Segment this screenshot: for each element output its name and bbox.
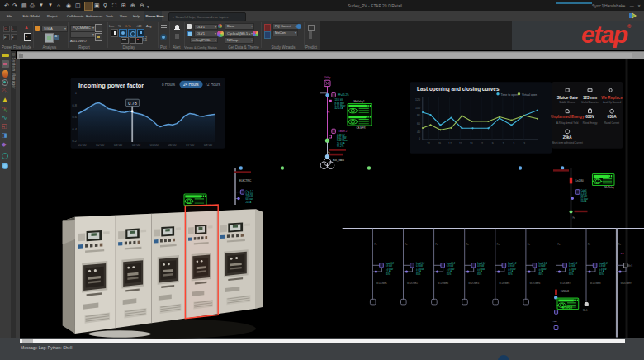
svg-text:Fe: Fe [618,243,622,246]
svg-text:Fe: Fe [327,111,330,114]
svg-text:Rated Current: Rated Current [604,121,619,125]
svg-text:W-DOME3: W-DOME3 [438,282,448,285]
svg-text:07:00: 07:00 [186,143,195,147]
svg-text:24 Hours: 24 Hours [183,83,199,87]
svg-text:MtrRelay: MtrRelay [604,186,614,189]
svg-text:Fe: Fe [436,243,439,246]
svg-text:Avail Op Needed: Avail Op Needed [603,101,621,104]
svg-text:0.8: 0.8 [72,103,77,107]
svg-text:W-DOME4: W-DOME4 [468,282,479,285]
svg-text:100: 100 [415,107,420,110]
svg-text:T-8: T-8 [621,253,624,255]
svg-text:Ln2-80: Ln2-80 [576,179,584,182]
svg-text:LVCB-8: LVCB-8 [561,290,569,293]
svg-text:201 A: 201 A [246,201,252,204]
svg-text:8 Hours: 8 Hours [162,83,176,87]
svg-text:Last opening and closing curve: Last opening and closing curves [417,86,500,92]
svg-text:Fe: Fe [558,243,561,246]
svg-text:630V: 630V [585,115,595,119]
svg-text:-9: -9 [491,142,494,145]
svg-text:0.2: 0.2 [72,139,77,143]
svg-text:ELECTRIC: ELECTRIC [239,179,251,182]
svg-text:-21: -21 [426,142,430,145]
svg-text:W-DOME8: W-DOME8 [590,282,601,285]
svg-text:MTRFDR: MTRFDR [562,306,572,310]
svg-text:-3: -3 [523,142,525,145]
svg-text:Virtual open: Virtual open [522,93,537,97]
svg-text:W-DOME9: W-DOME9 [621,282,632,285]
svg-text:Rated Energy: Rated Energy [583,121,598,125]
svg-text:04:00: 04:00 [132,143,141,147]
svg-text:W-DOME2: W-DOME2 [407,282,418,285]
svg-text:-19: -19 [437,142,441,145]
svg-text:420.3 A: 420.3 A [335,107,343,110]
svg-text:Time to open: Time to open [501,93,519,97]
svg-text:Useful Diameter: Useful Diameter [581,101,599,104]
svg-text:0.4: 0.4 [72,127,77,131]
svg-text:0.6: 0.6 [72,115,77,119]
svg-text:Fe: Fe [528,243,531,246]
svg-text:40: 40 [417,130,420,134]
svg-text:Incoming power factor: Incoming power factor [78,82,144,89]
svg-text:0: 0 [419,137,420,140]
svg-text:Unplanned Energy: Unplanned Energy [551,115,585,119]
svg-text:-15: -15 [458,142,462,145]
svg-text:Fe: Fe [497,243,500,246]
svg-text:Fe: Fe [573,216,576,220]
svg-text:Fe: Fe [588,243,591,246]
svg-text:72 Hours: 72 Hours [206,83,221,87]
svg-text:-11: -11 [480,142,484,145]
svg-text:123 mm: 123 mm [583,96,597,100]
svg-text:W-DOME7: W-DOME7 [560,282,571,285]
svg-text:Bus_MAIN: Bus_MAIN [333,159,344,162]
svg-text:-5: -5 [512,142,514,145]
svg-text:W-DOME6: W-DOME6 [529,282,540,285]
svg-text:Middle Chrome: Middle Chrome [559,101,575,104]
svg-text:630A: 630A [608,115,618,119]
svg-text:85%: 85% [538,272,543,276]
svg-text:We Replace: We Replace [601,96,623,100]
svg-text:80: 80 [417,114,420,117]
svg-text:Fe: Fe [374,243,377,246]
svg-text:CB-MFR: CB-MFR [356,126,365,130]
svg-text:85%: 85% [477,272,482,276]
svg-text:05:00: 05:00 [150,143,159,147]
svg-text:85%: 85% [599,272,604,276]
svg-text:PF=85.2%: PF=85.2% [338,93,349,97]
svg-text:Mtr1: Mtr1 [583,309,588,312]
svg-text:85%: 85% [416,272,421,276]
svg-text:Short-term withstand Current: Short-term withstand Current [552,141,583,144]
svg-text:02:00: 02:00 [96,143,105,147]
svg-text:85%: 85% [569,272,574,276]
svg-text:120: 120 [415,98,420,102]
svg-text:A-Relay Armed Yield: A-Relay Armed Yield [556,121,579,125]
svg-text:W-DOME5: W-DOME5 [499,282,509,285]
svg-text:-13: -13 [469,142,473,145]
svg-text:MtrRelay1: MtrRelay1 [353,100,365,103]
svg-text:08:00: 08:00 [204,143,213,147]
svg-text:W-DOME1: W-DOME1 [376,282,387,285]
svg-text:164 A: 164 A [581,200,587,203]
svg-text:06:00: 06:00 [168,143,177,147]
svg-text:01:00: 01:00 [78,143,87,147]
svg-text:0.78: 0.78 [128,101,137,106]
svg-text:Fe: Fe [405,243,409,246]
svg-text:Mtr 8: Mtr 8 [627,264,632,268]
svg-text:85%: 85% [508,272,513,276]
svg-text:60: 60 [417,122,420,126]
svg-text:Fe: Fe [466,243,470,246]
svg-text:-7: -7 [501,142,504,145]
svg-text:Utility: Utility [324,76,331,79]
svg-text:97.2%: 97.2% [337,144,344,148]
svg-text:85%: 85% [386,272,391,276]
svg-text:25kA: 25kA [563,135,573,140]
svg-text:03:00: 03:00 [114,143,123,147]
svg-text:-17: -17 [447,142,452,145]
svg-text:T-Main 2: T-Main 2 [338,130,348,133]
svg-text:Vfd1: Vfd1 [553,320,558,323]
svg-text:Sluice Gate: Sluice Gate [557,96,578,100]
svg-text:85%: 85% [447,272,452,276]
